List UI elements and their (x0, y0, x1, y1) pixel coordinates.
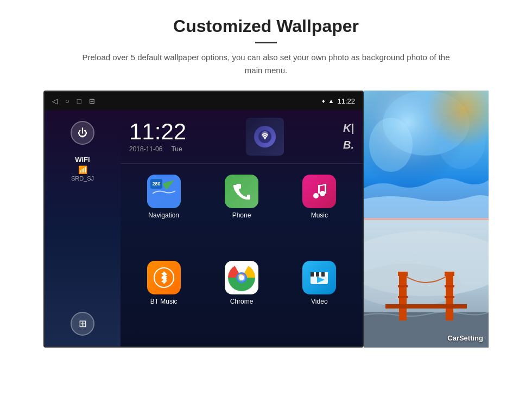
wifi-status-icon: ▲ (328, 98, 334, 104)
screenshot-icon[interactable]: ⊞ (89, 97, 95, 105)
apps-grid-button[interactable]: ⊞ (71, 312, 94, 336)
clock-area: 11:22 2018-11-06 Tue (121, 110, 363, 164)
music-label: Music (311, 211, 328, 219)
clock-date: 2018-11-06 Tue (129, 145, 186, 153)
recent-icon[interactable]: □ (77, 97, 81, 105)
svg-rect-8 (325, 184, 326, 194)
wallpaper-golden-gate: CarSetting (364, 220, 489, 348)
svg-rect-35 (385, 304, 467, 309)
app-btmusic[interactable]: BT Music (125, 255, 202, 342)
back-icon[interactable]: ◁ (52, 97, 58, 105)
svg-point-13 (239, 275, 244, 280)
side-icons: K| B. (343, 122, 354, 151)
app-video[interactable]: Video (281, 255, 358, 342)
svg-rect-19 (321, 272, 325, 277)
music-icon (302, 175, 336, 208)
app-music[interactable]: Music (281, 169, 358, 255)
page-title: Customized Wallpaper (43, 16, 489, 36)
svg-rect-17 (311, 272, 314, 277)
video-label: Video (311, 298, 327, 305)
clock-day-value: Tue (171, 145, 182, 153)
wifi-info: WiFi 📶 SRD_SJ (71, 156, 94, 182)
status-bar: ◁ ○ □ ⊞ ♦ ▲ 11:22 (45, 92, 363, 110)
video-icon (302, 261, 336, 294)
location-icon: ♦ (322, 98, 325, 104)
page-header: Customized Wallpaper Preload over 5 defa… (0, 0, 532, 85)
phone-label: Phone (232, 211, 251, 219)
svg-text:280: 280 (152, 181, 160, 187)
wallpaper-ice-cave (364, 91, 489, 218)
svg-rect-30 (364, 312, 489, 348)
svg-rect-37 (445, 285, 454, 287)
grid-icon: ⊞ (79, 318, 87, 330)
media-icon (254, 126, 276, 147)
apps-grid: 280 Navigati (121, 164, 363, 346)
sidebar-top: ⏻ WiFi 📶 SRD_SJ (71, 121, 94, 182)
phone-icon (225, 175, 258, 208)
btmusic-icon (147, 261, 181, 294)
carsetting-label: CarSetting (447, 334, 483, 342)
media-widget[interactable] (246, 118, 284, 156)
svg-rect-36 (398, 285, 408, 287)
svg-point-6 (320, 191, 325, 196)
status-right: ♦ ▲ 11:22 (322, 97, 355, 105)
status-nav-icons: ◁ ○ □ ⊞ (52, 97, 95, 105)
android-screen: ◁ ○ □ ⊞ ♦ ▲ 11:22 ⏻ WiFi (43, 91, 364, 348)
clock-date-value: 2018-11-06 (129, 145, 162, 153)
chrome-label: Chrome (230, 298, 254, 305)
svg-rect-38 (398, 296, 408, 298)
wifi-bars-icon: 📶 (71, 165, 94, 174)
android-body: ⏻ WiFi 📶 SRD_SJ ⊞ 11:22 (45, 110, 363, 346)
svg-rect-18 (316, 272, 319, 277)
svg-point-1 (264, 137, 266, 139)
b-icon[interactable]: B. (343, 139, 354, 151)
status-time: 11:22 (337, 97, 355, 105)
power-icon: ⏻ (78, 127, 87, 139)
clock-info: 11:22 2018-11-06 Tue (129, 120, 186, 153)
android-main: 11:22 2018-11-06 Tue (121, 110, 363, 346)
android-sidebar: ⏻ WiFi 📶 SRD_SJ ⊞ (45, 110, 121, 346)
title-divider (255, 42, 277, 43)
ki-icon[interactable]: K| (343, 122, 354, 134)
navigation-icon: 280 (147, 175, 181, 208)
navigation-label: Navigation (148, 211, 179, 219)
btmusic-label: BT Music (150, 298, 178, 305)
app-phone[interactable]: Phone (202, 169, 280, 255)
app-chrome[interactable]: Chrome (202, 255, 280, 342)
page-description: Preload over 5 default wallpaper options… (76, 51, 456, 77)
wifi-label: WiFi (71, 156, 94, 164)
wallpaper-previews: CarSetting (364, 91, 489, 348)
power-button[interactable]: ⏻ (71, 121, 94, 145)
svg-rect-33 (398, 272, 408, 276)
home-icon[interactable]: ○ (65, 97, 69, 105)
clock-time: 11:22 (129, 120, 186, 143)
svg-rect-26 (364, 91, 489, 218)
content-area: ◁ ○ □ ⊞ ♦ ▲ 11:22 ⏻ WiFi (0, 85, 532, 353)
svg-point-5 (313, 193, 319, 198)
app-navigation[interactable]: 280 Navigati (125, 169, 202, 255)
wallpaper-separator (364, 218, 489, 220)
wifi-network: SRD_SJ (71, 175, 94, 182)
chrome-icon (225, 261, 258, 294)
svg-rect-34 (445, 272, 454, 276)
svg-rect-39 (445, 296, 454, 298)
